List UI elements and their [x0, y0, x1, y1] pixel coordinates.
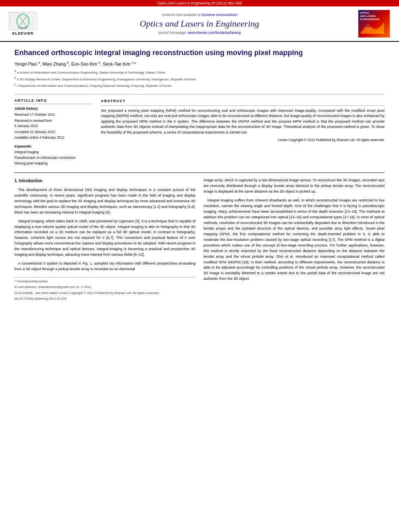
keywords-label: Keywords:	[14, 144, 93, 148]
history-label: Article history:	[14, 107, 93, 111]
footnote-issn: 0143-8166/$ - see front matter Crown Cop…	[14, 291, 195, 296]
article-info-heading: ARTICLE INFO	[14, 99, 93, 104]
right-para-2: Integral imaging suffers from inherent d…	[204, 198, 385, 282]
journal-cover-image: OPTICSAND LASERSIN ENGINEERING	[358, 10, 390, 38]
article-info-panel: ARTICLE INFO Article history: Received 1…	[14, 99, 93, 166]
copyright-line: Crown Copyright © 2012 Published by Else…	[101, 138, 385, 143]
article-info-abstract-section: ARTICLE INFO Article history: Received 1…	[14, 94, 385, 166]
top-banner: Optics and Lasers in Engineering 50 (201…	[0, 0, 399, 6]
received-revised-date: Received in revised formReceived in revi…	[14, 118, 93, 129]
intro-para-2: Integral imaging, which dates back to 19…	[14, 219, 195, 258]
footnote-doi: doi:10.1016/j.optlaseng.2012.01.016	[14, 296, 195, 301]
article-title: Enhanced orthoscopic integral imaging re…	[14, 48, 385, 58]
homepage-label: journal homepage:	[158, 31, 187, 35]
journal-cover-area: OPTICSAND LASERSIN ENGINEERING	[358, 10, 394, 38]
abstract-heading: Abstract	[101, 99, 385, 106]
main-content: Enhanced orthoscopic integral imaging re…	[0, 42, 399, 309]
received-date: Received 17 October 2011	[14, 112, 93, 117]
intro-para-1: The development of three dimensional (3D…	[14, 187, 195, 216]
keyword-1: Integral imaging	[14, 150, 93, 155]
affiliation-a: a a School of Information and Communicat…	[14, 69, 385, 75]
right-para-1: image array, which is captured by a two …	[204, 178, 385, 195]
svg-text:ELSEVIER: ELSEVIER	[18, 27, 28, 29]
affiliation-b: b b 3D Display Research Center, Departme…	[14, 76, 385, 82]
accepted-date: Accepted 10 January 2012	[14, 129, 93, 135]
affiliations: a a School of Information and Communicat…	[14, 69, 385, 88]
journal-homepage-line: journal homepage: www.elsevier.com/locat…	[45, 31, 354, 35]
body-left-column: 1. Introduction The development of three…	[14, 178, 195, 302]
banner-text: Optics and Lasers in Engineering 50 (201…	[157, 1, 242, 5]
keyword-3: Moving pixel mapping	[14, 161, 93, 166]
elsevier-label: ELSEVIER	[12, 31, 34, 35]
journal-title-area: Contents lists available at SciVerse Sci…	[45, 13, 354, 35]
available-date: Available online 4 February 2012	[14, 135, 93, 140]
sciverse-prefix: Contents lists available at	[162, 13, 202, 17]
sciverse-link[interactable]: SciVerse ScienceDirect	[202, 13, 237, 17]
body-right-column: image array, which is captured by a two …	[204, 178, 385, 302]
footnote-corresponding: * Corresponding author.	[14, 279, 195, 284]
body-content: 1. Introduction The development of three…	[14, 173, 385, 302]
elsevier-logo: ELSEVIER ELSEVIER	[5, 12, 41, 35]
footnote-area: * Corresponding author. E-mail address: …	[14, 277, 195, 302]
journal-name: Optics and Lasers in Engineering	[45, 18, 354, 29]
affiliation-c: c c Department of Information and Commun…	[14, 82, 385, 88]
elsevier-logo-area: ELSEVIER ELSEVIER	[5, 12, 41, 35]
intro-para-3: A conventional II system is depicted in …	[14, 261, 195, 272]
footnote-email: E-mail address: chaodashuier@gmail.com (…	[14, 285, 195, 290]
journal-header: ELSEVIER ELSEVIER Contents lists availab…	[0, 6, 399, 42]
abstract-text: We proposed a moving pixel mapping (MPM)…	[101, 108, 385, 136]
elsevier-logo-image: ELSEVIER	[9, 12, 37, 30]
homepage-url[interactable]: www.elsevier.com/locate/optlaseng	[187, 31, 241, 35]
authors-line: Yongri Piao a, Miao Zhang b, Eun-Soo Kim…	[14, 61, 385, 66]
section1-heading: 1. Introduction	[14, 178, 195, 184]
keyword-2: Pseudoscopic to orthoscopic conversion	[14, 155, 93, 160]
cover-text: OPTICSAND LASERSIN ENGINEERING	[360, 12, 380, 21]
abstract-panel: Abstract We proposed a moving pixel mapp…	[101, 99, 385, 166]
sciverse-line: Contents lists available at SciVerse Sci…	[45, 13, 354, 17]
